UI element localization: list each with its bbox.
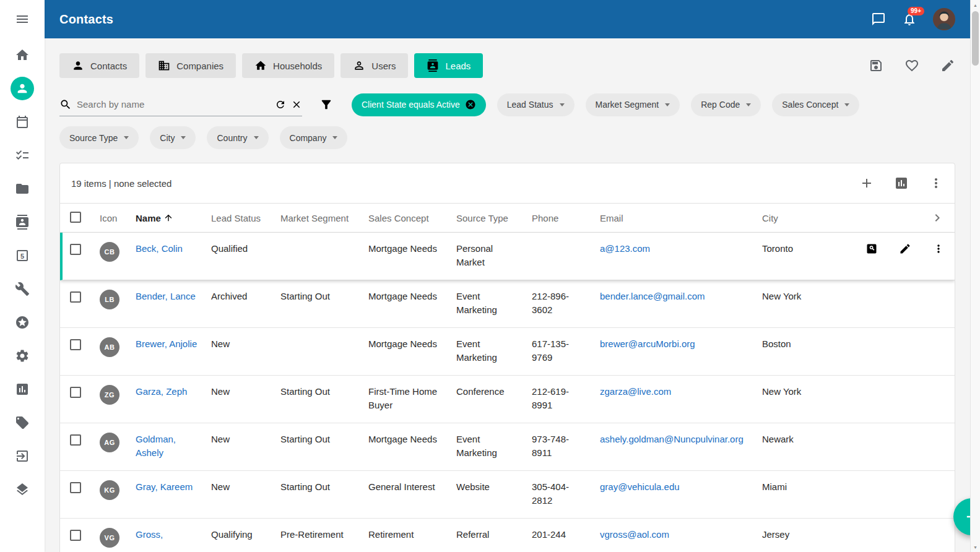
email-link[interactable]: bender.lance@gmail.com [600,290,762,303]
filter-chip-sales-concept[interactable]: Sales Concept [772,93,859,116]
filter-chip-source-type[interactable]: Source Type [59,126,139,149]
row-checkbox[interactable] [70,291,81,303]
filter-funnel-icon[interactable] [319,98,333,111]
main-area: Contacts 99+ [45,0,970,552]
contact-name-link[interactable]: Brewer, Anjolie [136,337,211,351]
filter-chip-company[interactable]: Company [280,126,348,149]
table-row[interactable]: VG Gross, Qualifying Pre-Retirement Reti… [60,519,955,552]
scrollbar-thumb[interactable] [972,11,979,66]
scroll-up-arrow[interactable]: ▲ [971,0,980,10]
row-checkbox[interactable] [70,530,81,541]
column-header-email[interactable]: Email [600,213,762,223]
tab-contacts[interactable]: Contacts [59,53,139,78]
row-checkbox[interactable] [70,434,81,446]
email-link[interactable]: vgross@aol.com [600,528,762,541]
row-checkbox[interactable] [70,387,81,398]
column-header-name[interactable]: Name [136,213,211,223]
save-icon[interactable] [869,58,883,73]
contact-name-link[interactable]: Beck, Colin [136,242,211,256]
more-vert-icon[interactable] [932,243,945,255]
email-link[interactable]: ashely.goldman@Nuncpulvinar.org [600,433,762,446]
table-row[interactable]: KG Gray, Kareem New Starting Out General… [60,471,955,519]
row-checkbox[interactable] [70,244,81,255]
edit-pencil-icon[interactable] [899,243,911,255]
user-avatar[interactable] [933,8,955,30]
table-row[interactable]: AG Goldman, Ashely New Starting Out Mort… [60,423,955,471]
column-header-city[interactable]: City [762,213,849,223]
tab-leads[interactable]: Leads [414,53,483,78]
refresh-icon[interactable] [275,99,286,110]
stars-icon [15,315,30,330]
hamburger-menu-icon[interactable] [0,0,45,38]
table-row[interactable]: LB Bender, Lance Archived Starting Out M… [60,280,955,328]
remove-filter-icon[interactable] [465,99,476,110]
sidebar-item-settings[interactable] [0,339,45,373]
column-header-source-type[interactable]: Source Type [456,213,532,223]
city-cell: New York [762,385,849,399]
contact-name-link[interactable]: Gray, Kareem [136,480,211,494]
sidebar-item-home[interactable] [0,38,45,72]
scroll-down-arrow[interactable]: ▼ [971,542,980,552]
sidebar-item-calendar[interactable] [0,105,45,139]
email-link[interactable]: zgarza@live.com [600,385,762,399]
preview-icon[interactable] [865,243,878,255]
column-header-icon[interactable]: Icon [100,213,136,223]
email-link[interactable]: a@123.com [600,242,762,256]
sidebar-item-contact-card[interactable] [0,205,45,239]
tab-companies[interactable]: Companies [145,53,236,78]
city-cell: Boston [762,337,849,351]
chat-icon[interactable] [871,12,886,27]
chip-label: Lead Status [507,100,553,110]
table-row[interactable]: AB Brewer, Anjolie New Mortgage Needs Ev… [60,328,955,376]
filter-chip-city[interactable]: City [150,126,196,149]
sidebar-item-five[interactable] [0,239,45,272]
table-row[interactable]: ZG Garza, Zeph New Starting Out First-Ti… [60,376,955,423]
chip-label: City [160,133,175,143]
column-header-phone[interactable]: Phone [532,213,600,223]
contact-name-link[interactable]: Garza, Zeph [136,385,211,399]
window-scrollbar[interactable]: ▲ ▼ [970,0,980,552]
row-checkbox[interactable] [70,339,81,350]
chevron-right-icon[interactable] [930,210,945,225]
lead-status-cell: New [211,337,280,351]
column-header-sales-concept[interactable]: Sales Concept [368,213,456,223]
sidebar-item-exit[interactable] [0,439,45,473]
tab-users[interactable]: Users [340,53,408,78]
sidebar-item-opportunities[interactable] [0,306,45,339]
sidebar-item-tools[interactable] [0,272,45,306]
favorite-heart-icon[interactable] [904,58,919,73]
email-link[interactable]: brewer@arcuMorbi.org [600,337,762,351]
active-filter-chip[interactable]: Client State equals Active [352,93,486,116]
sidebar-item-layers[interactable] [0,473,45,506]
sidebar-item-contacts[interactable] [0,72,45,105]
sidebar-item-tasks[interactable] [0,139,45,172]
more-vert-icon[interactable] [929,176,943,191]
active-item-highlight [11,77,34,100]
search-input[interactable] [77,99,270,110]
sidebar-item-tags[interactable] [0,406,45,439]
add-icon[interactable] [859,176,874,191]
column-header-market-segment[interactable]: Market Segment [280,213,368,223]
contact-name-link[interactable]: Bender, Lance [136,290,211,303]
contact-avatar: LB [100,290,119,309]
filter-chip-country[interactable]: Country [207,126,268,149]
select-all-checkbox[interactable] [70,212,81,223]
table-row[interactable]: CB Beck, Colin Qualified Mortgage Needs … [60,233,955,280]
chart-icon[interactable] [894,176,909,191]
filter-chip-lead-status[interactable]: Lead Status [497,93,575,116]
contact-avatar: VG [100,528,119,548]
email-link[interactable]: gray@vehicula.edu [600,480,762,494]
home-icon [254,59,267,72]
sidebar-item-documents[interactable] [0,172,45,205]
clear-search-icon[interactable] [291,99,302,110]
contact-name-link[interactable]: Gross, [136,528,211,541]
sidebar-item-reports[interactable] [0,373,45,406]
filter-chip-rep-code[interactable]: Rep Code [691,93,761,116]
tab-households[interactable]: Households [242,53,334,78]
column-header-lead-status[interactable]: Lead Status [211,213,280,223]
edit-pencil-icon[interactable] [940,58,955,73]
row-checkbox[interactable] [70,482,81,493]
contact-name-link[interactable]: Goldman, Ashely [136,433,211,460]
notifications-button[interactable]: 99+ [902,12,917,27]
filter-chip-market-segment[interactable]: Market Segment [586,93,680,116]
